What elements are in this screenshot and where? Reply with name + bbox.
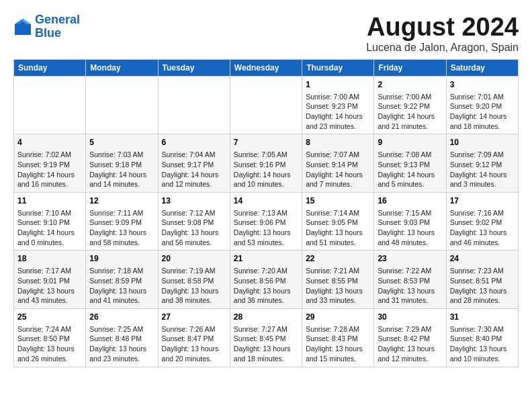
cell-content: Sunrise: 7:24 AMSunset: 8:50 PMDaylight:… [17, 324, 82, 364]
cell-content: Sunrise: 7:01 AMSunset: 9:20 PMDaylight:… [450, 92, 515, 132]
cell-content: Sunrise: 7:22 AMSunset: 8:53 PMDaylight:… [378, 266, 442, 306]
calendar-cell: 3Sunrise: 7:01 AMSunset: 9:20 PMDaylight… [446, 76, 518, 134]
weekday-header-tuesday: Tuesday [158, 59, 230, 76]
cell-date: 3 [450, 79, 515, 91]
cell-content: Sunrise: 7:29 AMSunset: 8:42 PMDaylight:… [378, 324, 442, 364]
cell-content: Sunrise: 7:28 AMSunset: 8:43 PMDaylight:… [306, 324, 370, 364]
weekday-header-row: SundayMondayTuesdayWednesdayThursdayFrid… [14, 59, 519, 76]
cell-date: 19 [89, 253, 154, 265]
week-row-5: 25Sunrise: 7:24 AMSunset: 8:50 PMDayligh… [14, 308, 519, 367]
calendar-cell: 11Sunrise: 7:10 AMSunset: 9:10 PMDayligh… [14, 192, 86, 250]
calendar-cell [14, 76, 86, 134]
calendar-cell: 5Sunrise: 7:03 AMSunset: 9:18 PMDaylight… [86, 134, 158, 193]
subtitle: Lucena de Jalon, Aragon, Spain [366, 42, 519, 54]
cell-date: 9 [378, 137, 442, 148]
cell-date: 27 [162, 312, 226, 323]
weekday-header-friday: Friday [374, 59, 446, 76]
cell-content: Sunrise: 7:10 AMSunset: 9:10 PMDaylight:… [17, 208, 82, 248]
calendar-cell: 9Sunrise: 7:08 AMSunset: 9:13 PMDaylight… [374, 134, 446, 193]
cell-content: Sunrise: 7:16 AMSunset: 9:02 PMDaylight:… [450, 208, 515, 248]
cell-date: 21 [234, 253, 298, 265]
cell-date: 25 [17, 312, 82, 323]
week-row-1: 1Sunrise: 7:00 AMSunset: 9:23 PMDaylight… [14, 76, 519, 134]
cell-date: 11 [17, 195, 82, 207]
calendar-cell: 8Sunrise: 7:07 AMSunset: 9:14 PMDaylight… [302, 134, 374, 193]
weekday-header-wednesday: Wednesday [230, 59, 302, 76]
logo-text-general: General [35, 13, 80, 27]
cell-content: Sunrise: 7:05 AMSunset: 9:16 PMDaylight:… [234, 150, 298, 189]
cell-content: Sunrise: 7:15 AMSunset: 9:03 PMDaylight:… [378, 208, 442, 248]
weekday-header-thursday: Thursday [302, 59, 374, 76]
calendar-cell: 6Sunrise: 7:04 AMSunset: 9:17 PMDaylight… [158, 134, 230, 193]
cell-content: Sunrise: 7:00 AMSunset: 9:23 PMDaylight:… [306, 92, 370, 132]
calendar-cell: 17Sunrise: 7:16 AMSunset: 9:02 PMDayligh… [446, 192, 518, 250]
cell-date: 13 [162, 195, 226, 207]
week-row-2: 4Sunrise: 7:02 AMSunset: 9:19 PMDaylight… [14, 134, 519, 193]
calendar-cell: 15Sunrise: 7:14 AMSunset: 9:05 PMDayligh… [302, 192, 374, 250]
cell-date: 14 [234, 195, 298, 207]
calendar-cell: 26Sunrise: 7:25 AMSunset: 8:48 PMDayligh… [86, 308, 158, 367]
cell-date: 24 [450, 253, 515, 265]
calendar-cell: 14Sunrise: 7:13 AMSunset: 9:06 PMDayligh… [230, 192, 302, 250]
weekday-header-saturday: Saturday [446, 59, 518, 76]
calendar-cell: 18Sunrise: 7:17 AMSunset: 9:01 PMDayligh… [14, 250, 86, 309]
calendar-cell [158, 76, 230, 134]
main-title: August 2024 [366, 13, 519, 42]
calendar-cell: 16Sunrise: 7:15 AMSunset: 9:03 PMDayligh… [374, 192, 446, 250]
calendar-cell: 31Sunrise: 7:30 AMSunset: 8:40 PMDayligh… [446, 308, 518, 367]
cell-date: 6 [162, 137, 226, 148]
cell-date: 1 [306, 79, 370, 91]
calendar-cell: 10Sunrise: 7:09 AMSunset: 9:12 PMDayligh… [446, 134, 518, 193]
calendar-cell: 25Sunrise: 7:24 AMSunset: 8:50 PMDayligh… [14, 308, 86, 367]
cell-content: Sunrise: 7:19 AMSunset: 8:58 PMDaylight:… [162, 266, 226, 306]
cell-date: 23 [378, 253, 442, 265]
calendar-cell: 21Sunrise: 7:20 AMSunset: 8:56 PMDayligh… [230, 250, 302, 309]
logo-text-blue: Blue [35, 27, 80, 40]
calendar-cell: 24Sunrise: 7:23 AMSunset: 8:51 PMDayligh… [446, 250, 518, 309]
calendar-cell: 7Sunrise: 7:05 AMSunset: 9:16 PMDaylight… [230, 134, 302, 193]
cell-content: Sunrise: 7:12 AMSunset: 9:08 PMDaylight:… [162, 208, 226, 248]
cell-content: Sunrise: 7:23 AMSunset: 8:51 PMDaylight:… [450, 266, 515, 306]
weekday-header-sunday: Sunday [14, 59, 86, 76]
cell-date: 15 [306, 195, 370, 207]
logo-icon [13, 17, 32, 36]
calendar-cell [230, 76, 302, 134]
cell-date: 31 [450, 312, 515, 323]
calendar-cell: 29Sunrise: 7:28 AMSunset: 8:43 PMDayligh… [302, 308, 374, 367]
cell-content: Sunrise: 7:20 AMSunset: 8:56 PMDaylight:… [234, 266, 298, 306]
weekday-header-monday: Monday [86, 59, 158, 76]
cell-content: Sunrise: 7:04 AMSunset: 9:17 PMDaylight:… [162, 150, 226, 189]
calendar-cell: 22Sunrise: 7:21 AMSunset: 8:55 PMDayligh… [302, 250, 374, 309]
cell-content: Sunrise: 7:09 AMSunset: 9:12 PMDaylight:… [450, 150, 515, 189]
cell-date: 8 [306, 137, 370, 148]
cell-content: Sunrise: 7:14 AMSunset: 9:05 PMDaylight:… [306, 208, 370, 248]
cell-date: 22 [306, 253, 370, 265]
cell-date: 26 [89, 312, 154, 323]
cell-content: Sunrise: 7:07 AMSunset: 9:14 PMDaylight:… [306, 150, 370, 189]
week-row-4: 18Sunrise: 7:17 AMSunset: 9:01 PMDayligh… [14, 250, 519, 309]
calendar-cell: 28Sunrise: 7:27 AMSunset: 8:45 PMDayligh… [230, 308, 302, 367]
cell-date: 5 [89, 137, 154, 148]
cell-content: Sunrise: 7:03 AMSunset: 9:18 PMDaylight:… [89, 150, 154, 189]
cell-date: 17 [450, 195, 515, 207]
cell-date: 29 [306, 312, 370, 323]
cell-content: Sunrise: 7:13 AMSunset: 9:06 PMDaylight:… [234, 208, 298, 248]
cell-date: 28 [234, 312, 298, 323]
cell-content: Sunrise: 7:26 AMSunset: 8:47 PMDaylight:… [162, 324, 226, 364]
cell-content: Sunrise: 7:18 AMSunset: 8:59 PMDaylight:… [89, 266, 154, 306]
cell-content: Sunrise: 7:11 AMSunset: 9:09 PMDaylight:… [89, 208, 154, 248]
calendar-cell: 1Sunrise: 7:00 AMSunset: 9:23 PMDaylight… [302, 76, 374, 134]
cell-content: Sunrise: 7:17 AMSunset: 9:01 PMDaylight:… [17, 266, 82, 306]
title-area: August 2024 Lucena de Jalon, Aragon, Spa… [366, 13, 519, 54]
cell-content: Sunrise: 7:21 AMSunset: 8:55 PMDaylight:… [306, 266, 370, 306]
cell-date: 12 [89, 195, 154, 207]
cell-date: 18 [17, 253, 82, 265]
calendar-cell: 19Sunrise: 7:18 AMSunset: 8:59 PMDayligh… [86, 250, 158, 309]
week-row-3: 11Sunrise: 7:10 AMSunset: 9:10 PMDayligh… [14, 192, 519, 250]
logo: General Blue [13, 13, 80, 40]
calendar-cell: 4Sunrise: 7:02 AMSunset: 9:19 PMDaylight… [14, 134, 86, 193]
cell-content: Sunrise: 7:25 AMSunset: 8:48 PMDaylight:… [89, 324, 154, 364]
cell-date: 30 [378, 312, 442, 323]
cell-content: Sunrise: 7:30 AMSunset: 8:40 PMDaylight:… [450, 324, 515, 364]
calendar-cell: 30Sunrise: 7:29 AMSunset: 8:42 PMDayligh… [374, 308, 446, 367]
